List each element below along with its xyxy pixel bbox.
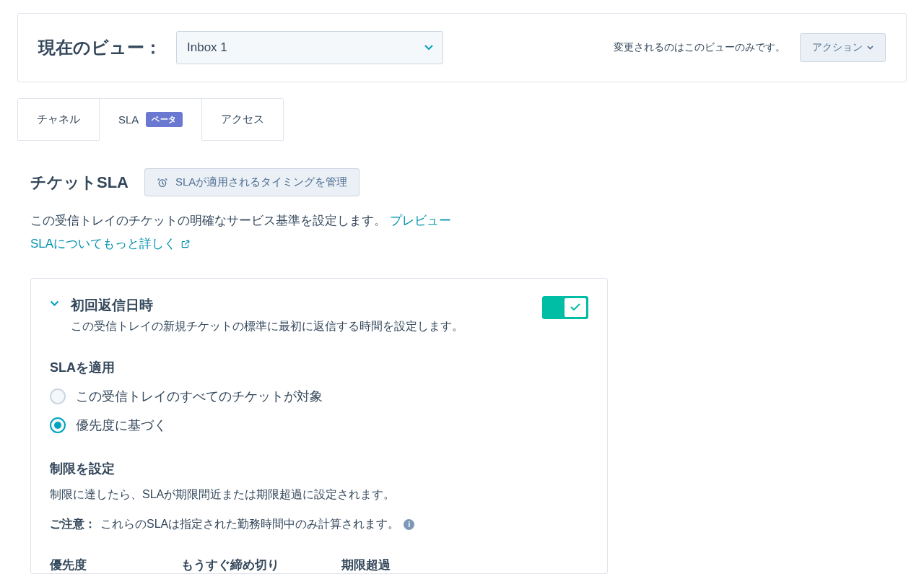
toggle-handle — [565, 298, 586, 317]
enable-toggle[interactable] — [542, 296, 588, 319]
manage-timing-label: SLAが適用されるタイミングを管理 — [175, 175, 347, 189]
beta-badge: ベータ — [146, 112, 183, 127]
tab-label: SLA — [118, 113, 139, 126]
actions-button[interactable]: アクション — [800, 33, 886, 62]
section-description: この受信トレイのチケットの明確なサービス基準を設定します。 プレビュー — [30, 209, 907, 232]
col-overdue: 期限超過 — [341, 557, 443, 573]
first-response-card: 初回返信日時 この受信トレイの新規チケットの標準に最初に返信する時間を設定します… — [30, 278, 608, 574]
tab-sla[interactable]: SLA ベータ — [99, 98, 202, 141]
radio-label: 優先度に基づく — [76, 417, 167, 434]
tabs: チャネル SLA ベータ アクセス — [17, 98, 907, 141]
caret-down-icon — [867, 45, 873, 50]
radio-label: この受信トレイのすべてのチケットが対象 — [76, 388, 323, 405]
alarm-clock-icon — [157, 177, 168, 188]
limits-table-header: 優先度 もうすぐ締め切り 期限超過 — [50, 557, 588, 573]
radio-icon — [50, 388, 66, 404]
card-subtitle: この受信トレイの新規チケットの標準に最初に返信する時間を設定します。 — [71, 319, 531, 334]
collapse-button[interactable] — [50, 300, 59, 307]
note-row: ご注意： これらのSLAは指定された勤務時間中のみ計算されます。 i — [50, 517, 588, 532]
col-priority: 優先度 — [50, 557, 151, 573]
current-view-label: 現在のビュー： — [38, 36, 162, 59]
section-header: チケットSLA SLAが適用されるタイミングを管理 — [30, 168, 907, 196]
radio-all-tickets[interactable]: この受信トレイのすべてのチケットが対象 — [50, 388, 588, 405]
description-text: この受信トレイのチケットの明確なサービス基準を設定します。 — [30, 214, 386, 227]
limits-description: 制限に達したら、SLAが期限間近または期限超過に設定されます。 — [50, 484, 588, 504]
learn-more-label: SLAについてもっと詳しく — [30, 232, 176, 256]
note-label: ご注意： — [50, 517, 96, 532]
card-body: SLAを適用 この受信トレイのすべてのチケットが対象 優先度に基づく 制限を設定… — [50, 334, 588, 573]
preview-link[interactable]: プレビュー — [390, 214, 451, 227]
tab-label: アクセス — [221, 113, 264, 126]
card-title: 初回返信日時 — [71, 296, 531, 315]
section: チケットSLA SLAが適用されるタイミングを管理 この受信トレイのチケットの明… — [17, 141, 907, 574]
col-due-soon: もうすぐ締め切り — [181, 557, 311, 573]
radio-icon — [50, 417, 66, 433]
limits-heading: 制限を設定 — [50, 460, 588, 477]
card-header: 初回返信日時 この受信トレイの新規チケットの標準に最初に返信する時間を設定します… — [50, 296, 588, 334]
header-bar: 現在のビュー： Inbox 1 変更されるのはこのビューのみです。 アクション — [17, 13, 907, 82]
section-title: チケットSLA — [30, 172, 128, 194]
apply-sla-heading: SLAを適用 — [50, 359, 588, 376]
header-note: 変更されるのはこのビューのみです。 — [614, 41, 785, 54]
external-link-icon — [180, 239, 191, 249]
view-select[interactable]: Inbox 1 — [176, 31, 443, 64]
view-select-value[interactable]: Inbox 1 — [176, 31, 443, 64]
actions-button-label: アクション — [812, 41, 863, 54]
manage-timing-button[interactable]: SLAが適用されるタイミングを管理 — [144, 168, 359, 196]
learn-more-link[interactable]: SLAについてもっと詳しく — [30, 232, 191, 256]
note-text: これらのSLAは指定された勤務時間中のみ計算されます。 — [100, 517, 399, 532]
tab-label: チャネル — [37, 113, 80, 126]
check-icon — [570, 303, 580, 311]
info-icon[interactable]: i — [404, 519, 414, 530]
tab-access[interactable]: アクセス — [201, 98, 284, 141]
radio-by-priority[interactable]: 優先度に基づく — [50, 417, 588, 434]
chevron-down-icon — [50, 300, 59, 307]
tab-channels[interactable]: チャネル — [17, 98, 100, 141]
